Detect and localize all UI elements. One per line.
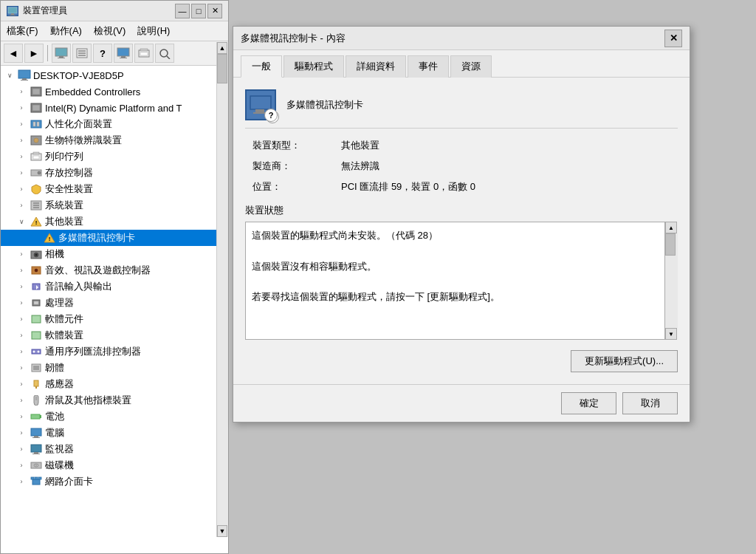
svg-rect-32 — [33, 156, 39, 159]
multimedia-expand-icon — [29, 232, 41, 244]
scroll-track[interactable] — [217, 54, 228, 525]
dialog-close-btn[interactable]: ✕ — [664, 30, 682, 47]
tree-item-disk[interactable]: › 磁碟機 — [1, 457, 228, 473]
status-scrollbar[interactable]: ▲ ▼ — [664, 222, 678, 340]
tree-item-bio[interactable]: › 生物特徵辨識裝置 — [1, 132, 228, 148]
tree-item-hid[interactable]: › 人性化介面裝置 — [1, 116, 228, 132]
tree-item-battery[interactable]: › 電池 — [1, 408, 228, 425]
embedded-label: Embedded Controllers — [45, 86, 140, 98]
swdev-icon — [30, 329, 43, 342]
tree-item-cpu[interactable]: › 處理器 — [1, 295, 228, 311]
tree-item-swdev[interactable]: › 軟體裝置 — [1, 327, 228, 343]
tree-item-embedded[interactable]: › Embedded Controllers — [1, 83, 228, 100]
battery-label: 電池 — [45, 410, 64, 423]
sensor-icon — [30, 377, 43, 391]
tree-item-camera[interactable]: › 相機 — [1, 246, 228, 262]
toolbar-help-btn[interactable]: ? — [93, 44, 112, 63]
status-scroll-down[interactable]: ▼ — [665, 328, 677, 340]
battery-expand-icon: › — [16, 411, 27, 423]
tree-root[interactable]: ∨ DESKTOP-VJE8D5P — [1, 67, 228, 83]
tree-item-audioinout[interactable]: › 音訊輸入與輸出 — [1, 278, 228, 295]
tab-general[interactable]: 一般 — [241, 55, 282, 78]
disk-icon — [30, 459, 43, 472]
scroll-down-btn[interactable]: ▼ — [217, 525, 227, 537]
dm-close-btn[interactable]: ✕ — [207, 4, 222, 18]
tree-item-print[interactable]: › 列印佇列 — [1, 148, 228, 165]
status-scroll-up[interactable]: ▲ — [665, 222, 677, 233]
menu-file[interactable]: 檔案(F) — [1, 23, 44, 39]
embedded-icon — [30, 85, 43, 98]
dm-maximize-btn[interactable]: □ — [191, 4, 206, 18]
toolbar-list-btn[interactable] — [72, 44, 92, 63]
svg-rect-1 — [11, 13, 14, 15]
tab-resources[interactable]: 資源 — [450, 55, 492, 78]
scroll-thumb[interactable] — [217, 54, 227, 83]
manufacturer-label: 製造商： — [252, 160, 341, 173]
status-scroll-thumb[interactable] — [665, 233, 676, 256]
svg-rect-64 — [31, 414, 40, 419]
dm-menubar: 檔案(F) 動作(A) 檢視(V) 說明(H) — [1, 21, 228, 41]
mouse-expand-icon: › — [16, 394, 27, 406]
tree-item-storage[interactable]: › 存放控制器 — [1, 165, 228, 181]
dm-scrollbar[interactable]: ▲ ▼ — [216, 42, 228, 537]
tree-item-audio[interactable]: › 音效、視訊及遊戲控制器 — [1, 262, 228, 278]
firmware-label: 韌體 — [45, 361, 64, 375]
root-computer-icon — [18, 69, 31, 82]
tab-details[interactable]: 詳細資料 — [346, 55, 406, 78]
menu-view[interactable]: 檢視(V) — [88, 23, 131, 39]
tree-item-swcomp[interactable]: › 軟體元件 — [1, 311, 228, 327]
monitor-expand-icon: › — [16, 443, 27, 455]
audioinout-label: 音訊輸入與輸出 — [45, 280, 112, 293]
type-label: 裝置類型： — [252, 139, 341, 152]
audio-expand-icon: › — [16, 264, 27, 276]
tree-item-security[interactable]: › 安全性裝置 — [1, 181, 228, 197]
svg-rect-11 — [121, 56, 126, 58]
dm-title-controls: — □ ✕ — [175, 4, 222, 18]
toolbar-back-btn[interactable]: ◄ — [4, 44, 23, 63]
tree-item-mouse[interactable]: › 滑鼠及其他指標裝置 — [1, 392, 228, 408]
tree-item-sensor[interactable]: › 感應器 — [1, 376, 228, 392]
tree-item-pcnode[interactable]: › 電腦 — [1, 425, 228, 441]
device-status-box[interactable]: 這個裝置的驅動程式尚未安裝。（代碼 28） 這個裝置沒有相容驅動程式。 若要尋找… — [245, 222, 678, 340]
menu-help[interactable]: 說明(H) — [131, 23, 176, 39]
swcomp-label: 軟體元件 — [45, 312, 83, 326]
device-tree[interactable]: ∨ DESKTOP-VJE8D5P › Embedded Controllers… — [1, 66, 228, 553]
dm-titlebar-left: 裝置管理員 — [7, 4, 67, 17]
tab-driver[interactable]: 驅動程式 — [284, 55, 344, 78]
toolbar-forward-btn[interactable]: ► — [24, 44, 44, 63]
toolbar-computer-btn[interactable] — [52, 44, 71, 63]
tree-item-other[interactable]: ∨ ! 其他裝置 — [1, 213, 228, 230]
svg-point-55 — [33, 351, 35, 353]
sensor-label: 感應器 — [45, 377, 74, 391]
camera-label: 相機 — [45, 247, 64, 261]
tree-item-intel[interactable]: › Intel(R) Dynamic Platform and T — [1, 100, 228, 116]
svg-point-45 — [35, 254, 38, 256]
status-scroll-track[interactable] — [665, 233, 678, 328]
tree-item-usb[interactable]: › 通用序列匯流排控制器 — [1, 343, 228, 360]
confirm-btn[interactable]: 確定 — [561, 392, 616, 414]
menu-action[interactable]: 動作(A) — [44, 23, 88, 39]
svg-rect-14 — [140, 49, 148, 51]
status-box-wrapper: 這個裝置的驅動程式尚未安裝。（代碼 28） 這個裝置沒有相容驅動程式。 若要尋找… — [245, 222, 678, 340]
toolbar-print-btn[interactable] — [134, 44, 154, 63]
tree-item-multimedia[interactable]: ! 多媒體視訊控制卡 — [1, 230, 228, 246]
svg-point-16 — [160, 49, 168, 57]
scroll-up-btn[interactable]: ▲ — [217, 42, 227, 54]
tab-events[interactable]: 事件 — [408, 55, 449, 78]
toolbar-search-btn[interactable] — [155, 44, 174, 63]
dm-minimize-btn[interactable]: — — [175, 4, 190, 18]
toolbar-monitor-btn[interactable] — [114, 44, 133, 63]
update-driver-btn[interactable]: 更新驅動程式(U)... — [571, 350, 678, 372]
print-icon — [137, 47, 151, 59]
svg-rect-26 — [33, 122, 35, 126]
tree-item-firmware[interactable]: › 韌體 — [1, 360, 228, 376]
location-label: 位置： — [252, 180, 341, 194]
cancel-btn[interactable]: 取消 — [622, 392, 678, 414]
tree-item-monitor[interactable]: › 監視器 — [1, 441, 228, 457]
tree-item-system[interactable]: › 系統裝置 — [1, 197, 228, 213]
tree-item-network[interactable]: › 網路介面卡 — [1, 473, 228, 490]
svg-point-56 — [38, 351, 40, 353]
svg-rect-62 — [35, 386, 37, 389]
network-label: 網路介面卡 — [45, 475, 93, 488]
svg-text:!: ! — [49, 236, 51, 242]
